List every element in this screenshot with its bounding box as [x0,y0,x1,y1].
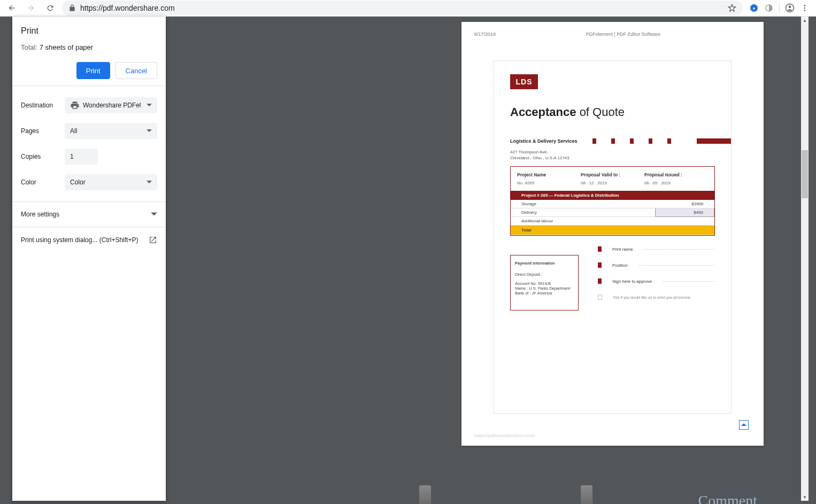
svg-point-6 [804,7,806,9]
comment-text-peek: Comment [698,492,757,504]
back-button[interactable] [4,1,19,15]
table-row: Additional labour [511,217,714,226]
print-total: Total: 7 sheets of paper [21,43,157,51]
decor-square [611,138,615,144]
pages-dropdown[interactable]: All [65,123,157,139]
browser-toolbar: https://pdf.wondershare.com ● [0,0,816,17]
star-icon[interactable] [728,4,736,12]
print-dialog: Print Total: 7 sheets of paper Print Can… [12,17,166,501]
copies-input[interactable] [65,149,98,165]
toolbar-divider [779,3,780,13]
menu-icon[interactable] [800,3,810,13]
color-label: Color [21,179,65,186]
table-total-row: Total [511,226,714,235]
company-address: 427 Thompson Ave, Cleveland , Ohio , U.S… [494,149,731,161]
reload-button[interactable] [43,1,58,15]
svg-point-5 [804,5,806,6]
table-row: Delivery$490 [511,208,714,217]
vertical-scrollbar[interactable]: ▲ ▼ [801,17,809,501]
project-bar: Project # 265 — Federal Logistics & Dist… [511,191,714,200]
svg-point-7 [804,10,806,11]
table-row: Storage$3900 [511,200,714,208]
page-header-title: PDFelement | PDF Editor Software [586,32,660,37]
extension-2-icon[interactable] [764,3,774,13]
svg-point-4 [789,6,791,9]
scroll-up-button[interactable]: ▲ [801,17,809,24]
destination-dropdown[interactable]: Wondershare PDFel [65,97,157,113]
document-body: LDS Acceptance of Quote Logistics & Deli… [494,60,732,414]
open-external-icon [149,236,157,244]
system-dialog-link[interactable]: Print using system dialog... (Ctrl+Shift… [12,227,166,253]
print-button[interactable]: Print [76,62,110,79]
quote-table: Storage$3900 Delivery$490 Additional lab… [511,200,714,235]
chevron-down-icon [147,128,152,134]
copies-label: Copies [21,153,65,160]
more-settings-toggle[interactable]: More settings [12,202,166,227]
pages-label: Pages [21,127,65,135]
footer-url: https://pdf.wondershare.com [474,433,535,438]
chevron-down-icon [147,103,152,108]
scroll-top-icon [739,420,749,430]
decor-square [667,138,671,144]
company-name: Logistics & Delivery Services [510,138,578,144]
url-text: https://pdf.wondershare.com [80,4,723,12]
scroll-thumb[interactable] [802,150,808,198]
color-dropdown[interactable]: Color [65,174,157,190]
destination-label: Destination [21,102,65,109]
company-logo: LDS [510,74,538,89]
preview-page: 6/17/2019 PDFelement | PDF Editor Softwa… [461,22,764,446]
document-title: Acceptance of Quote [510,105,715,119]
extension-icons: ● [747,3,812,13]
address-bar[interactable]: https://pdf.wondershare.com [62,1,743,15]
content-area: Print Total: 7 sheets of paper Print Can… [0,17,816,504]
chevron-down-icon [151,211,157,218]
print-title: Print [21,26,157,36]
decor-bar [697,138,731,144]
decor-square [630,138,634,144]
decor-square [592,138,596,144]
forward-button[interactable] [24,1,39,15]
svg-text:●: ● [753,6,756,11]
print-preview: 6/17/2019 PDFelement | PDF Editor Softwa… [166,17,809,501]
printer-icon [70,100,80,110]
quote-box: Project Name Proposal Valid to : Proposa… [510,166,715,236]
signature-section: Print name Position Sign here to approve… [598,246,715,311]
chevron-down-icon [147,180,152,185]
cancel-button[interactable]: Cancel [116,62,157,79]
page-date: 6/17/2019 [474,32,496,37]
extension-1-icon[interactable]: ● [749,3,759,13]
payment-info-box: Payment Information Direct Deposit : Acc… [510,255,579,311]
lock-icon [68,4,76,12]
decor-square [649,138,652,144]
profile-icon[interactable] [785,3,795,13]
